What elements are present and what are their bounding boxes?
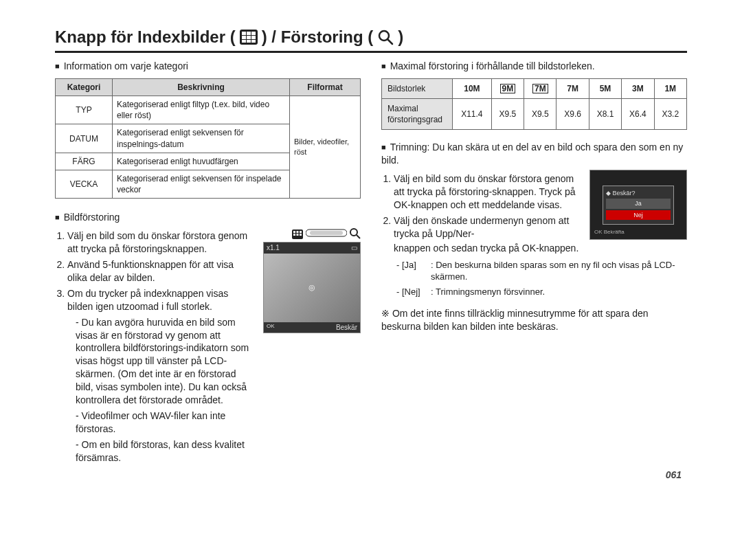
svg-rect-17 [297,234,299,236]
svg-rect-2 [247,32,251,35]
memory-warning: ※ Om det inte finns tillräcklig minnesut… [381,307,687,333]
page-title: Knapp för Indexbilder ( ) / Förstoring (… [55,27,687,53]
bullet-icon: ■ [55,62,60,70]
max-zoom-heading: ■Maximal förstoring i förhållande till b… [381,60,687,73]
svg-rect-16 [293,234,295,236]
magnify-icon [377,29,394,45]
category-table: Kategori Beskrivning Filformat TYP Kateg… [55,78,361,199]
bullet-icon: ■ [55,213,60,221]
svg-line-22 [357,235,360,238]
svg-rect-1 [242,32,246,35]
trim-options: - [Ja]: Den beskurna bilden sparas som e… [396,259,687,298]
magnify-icon [350,228,361,239]
zoom-steps: Välj en bild som du önskar förstora geno… [55,229,254,467]
page-number: 061 [666,469,682,480]
zoom-heading: ■Bildförstoring [55,211,361,224]
svg-rect-6 [251,36,256,39]
svg-rect-3 [251,32,256,35]
trim-steps: Välj en bild som du önskar förstora geno… [381,172,580,243]
category-info-heading: ■Information om varje kategori [55,60,361,73]
svg-rect-13 [293,231,295,233]
max-zoom-table: Bildstorlek 10M 9M 7M 7M 5M 3M 1M Maxima… [381,78,687,131]
svg-rect-14 [297,231,299,233]
svg-rect-18 [300,234,302,236]
zoom-step-3: Om du trycker på indexknappen visas bild… [67,287,254,464]
bullet-icon: ■ [381,143,386,151]
thumbnails-icon [292,229,303,239]
trim-step-2: Välj den önskade undermenyn genom att tr… [394,214,580,240]
thumbnails-icon [240,30,258,45]
trim-step-2-cont: knappen och sedan trycka på OK-knappen. [394,242,687,255]
sample-image-thumb: x1.1▭ ◎ OKBeskär [263,242,361,333]
confirm-dialog-thumb: ◆ Beskär? Ja Nej OK Bekräfta [589,170,687,240]
zoom-subnotes: - Du kan avgöra huruvida en bild som vis… [76,316,254,464]
zoom-slider-icon [306,227,347,239]
svg-rect-4 [242,36,246,39]
zoom-illustration: x1.1▭ ◎ OKBeskär [259,227,361,333]
bullet-icon: ■ [381,62,386,70]
svg-rect-5 [247,36,251,39]
svg-rect-7 [242,40,246,43]
svg-rect-20 [310,231,343,235]
svg-rect-9 [251,40,256,43]
svg-rect-15 [300,231,302,233]
trim-heading: ■Trimning: Du kan skära ut en del av en … [381,141,687,167]
svg-line-11 [387,39,392,44]
svg-rect-8 [247,40,251,43]
svg-point-21 [350,229,357,236]
